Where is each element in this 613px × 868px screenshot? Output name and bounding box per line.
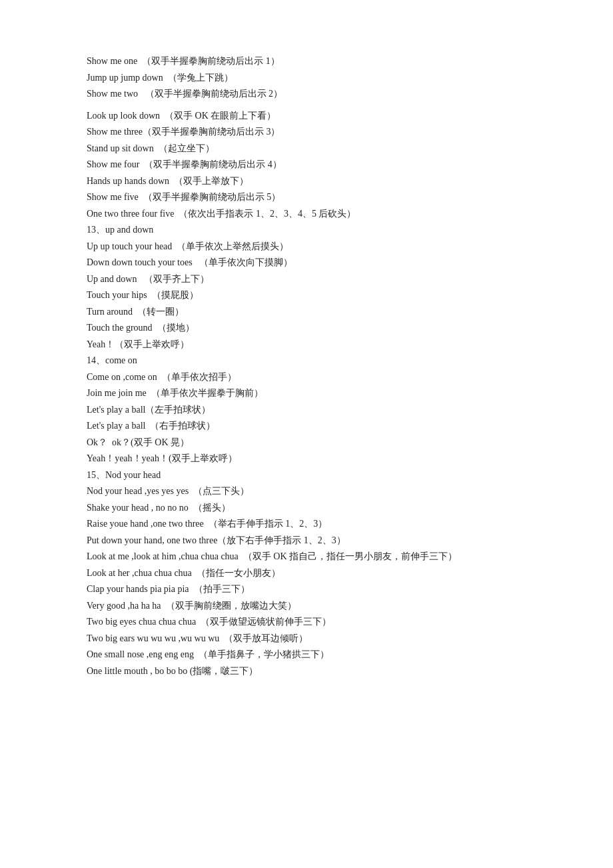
text-line: Touch the ground （摸地） [87, 320, 526, 337]
text-line: Very good ,ha ha ha （双手胸前绕圈，放嘴边大笑） [87, 598, 526, 615]
text-line: Up and down （双手齐上下） [87, 271, 526, 288]
text-line: Let's play a ball（左手拍球状） [87, 402, 526, 419]
text-line: Put down your hand, one two three（放下右手伸手… [87, 533, 526, 549]
text-line: Nod your head ,yes yes yes （点三下头） [87, 483, 526, 500]
text-line: One two three four five （依次出手指表示 1、2、3、4… [87, 206, 526, 223]
text-line: 15、Nod your head [87, 467, 526, 484]
text-line: Turn around （转一圈） [87, 304, 526, 321]
text-line: Raise youe hand ,one two three （举右手伸手指示 … [87, 516, 526, 533]
text-line: Look at me ,look at him ,chua chua chua … [87, 549, 526, 565]
text-line: Show me four （双手半握拳胸前绕动后出示 4） [87, 157, 526, 173]
text-line: Look up look down （双手 OK 在眼前上下看） [87, 108, 526, 125]
text-line: Jump up jump down （学兔上下跳） [87, 70, 526, 87]
text-line: One little mouth , bo bo bo (指嘴，啵三下） [87, 663, 526, 680]
text-line: Show me one （双手半握拳胸前绕动后出示 1） [87, 53, 526, 70]
text-line: Two big eyes chua chua chua （双手做望远镜状前伸手三… [87, 614, 526, 631]
text-line: Show me three（双手半握拳胸前绕动后出示 3） [87, 124, 526, 141]
text-line: Hands up hands down （双手上举放下） [87, 173, 526, 190]
text-line: 14、come on [87, 353, 526, 369]
text-line: Let's play a ball （右手拍球状） [87, 418, 526, 435]
text-line: Two big ears wu wu wu ,wu wu wu （双手放耳边倾听… [87, 631, 526, 647]
text-line: Yeah！（双手上举欢呼） [87, 337, 526, 353]
text-line: Show me five （双手半握拳胸前绕动后出示 5） [87, 189, 526, 206]
text-line: Yeah！yeah！yeah！(双手上举欢呼） [87, 451, 526, 467]
text-line: Come on ,come on （单手依次招手） [87, 369, 526, 386]
text-line: One small nose ,eng eng eng （单手指鼻子，学小猪拱三… [87, 647, 526, 663]
text-line: Join me join me （单手依次半握拳于胸前） [87, 385, 526, 402]
text-line: Up up touch your head （单手依次上举然后摸头） [87, 239, 526, 255]
text-line: Ok？ ok？(双手 OK 晃） [87, 435, 526, 451]
main-content: Show me one （双手半握拳胸前绕动后出示 1）Jump up jump… [87, 53, 526, 679]
text-line: Touch your hips （摸屁股） [87, 287, 526, 304]
text-line: Clap your hands pia pia pia （拍手三下） [87, 581, 526, 598]
text-line: 13、up and down [87, 222, 526, 239]
blank-line [87, 103, 526, 108]
text-line: Stand up sit down （起立坐下） [87, 141, 526, 157]
text-line: Shake your head , no no no （摇头） [87, 500, 526, 517]
text-line: Look at her ,chua chua chua （指任一女小朋友） [87, 565, 526, 582]
text-line: Show me two （双手半握拳胸前绕动后出示 2） [87, 86, 526, 103]
text-line: Down down touch your toes （单手依次向下摸脚） [87, 255, 526, 271]
